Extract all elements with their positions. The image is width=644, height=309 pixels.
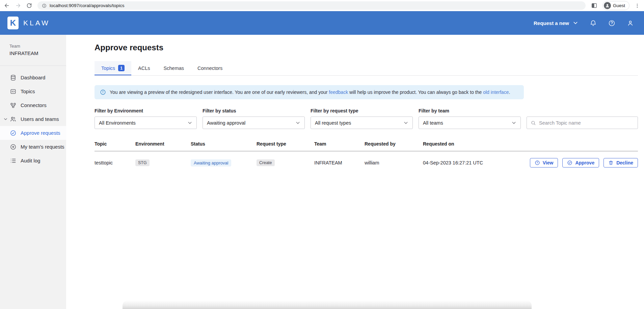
sidebar-item-label: Audit log	[21, 158, 40, 163]
address-bar[interactable]: localhost:9097/coral/approvals/topics	[37, 1, 586, 10]
col-header-environment: Environment	[135, 141, 191, 151]
tab-connectors[interactable]: Connectors	[191, 61, 229, 75]
info-circle-icon	[535, 160, 540, 165]
team-name: INFRATEAM	[9, 50, 66, 56]
list-icon	[10, 157, 17, 164]
request-a-new-button[interactable]: Request a new	[534, 20, 578, 26]
filter-request-type: Filter by request type All request types	[311, 108, 413, 129]
sidebar-item-topics[interactable]: Topics	[0, 84, 66, 98]
approve-button-label: Approve	[575, 160, 594, 165]
filter-request-type-label: Filter by request type	[311, 108, 413, 113]
chevron-down-icon	[511, 120, 516, 125]
preview-info-banner: You are viewing a preview of the redesig…	[95, 85, 524, 99]
browser-profile-button[interactable]: Guest	[602, 1, 629, 10]
browser-menu-icon[interactable]	[635, 3, 640, 8]
tab-schemas[interactable]: Schemas	[157, 61, 191, 75]
request-a-new-label: Request a new	[534, 20, 569, 26]
cell-topic: testtopic	[95, 153, 135, 172]
team-select[interactable]: All teams	[419, 117, 521, 129]
tab-label: Topics	[101, 66, 115, 71]
profile-avatar-icon	[604, 2, 611, 9]
decline-button-label: Decline	[616, 160, 633, 165]
main-content: Approve requests Topics 1 ACLs Schemas C…	[66, 35, 644, 309]
environment-chip: STG	[135, 159, 150, 166]
row-actions: View Approve Decline	[508, 151, 638, 174]
col-header-status: Status	[191, 141, 257, 151]
klaw-logo[interactable]: K KLAW	[7, 17, 50, 29]
user-profile-icon[interactable]	[627, 20, 634, 27]
notifications-bell-icon[interactable]	[590, 20, 597, 27]
old-interface-link[interactable]: old interface	[483, 89, 509, 95]
plus-circle-icon	[10, 144, 17, 150]
filter-status: Filter by status Awaiting approval	[203, 108, 305, 129]
topic-box-icon	[10, 88, 17, 95]
klaw-logo-icon: K	[7, 17, 19, 29]
info-icon	[100, 89, 106, 95]
table-header-row: Topic Environment Status Request type Te…	[95, 141, 638, 151]
forward-icon[interactable]	[15, 3, 21, 8]
sidebar-item-label: Topics	[21, 88, 35, 94]
help-icon[interactable]	[608, 20, 615, 27]
sidebar-item-label: Approve requests	[21, 130, 60, 136]
sidebar-item-connectors[interactable]: Connectors	[0, 98, 66, 112]
sidebar-item-label: Connectors	[21, 102, 47, 108]
sidebar-item-dashboard[interactable]: Dashboard	[0, 71, 66, 84]
sidebar-item-users-and-teams[interactable]: Users and teams	[0, 112, 66, 126]
approve-button[interactable]: Approve	[562, 158, 599, 168]
sidebar-item-audit-log[interactable]: Audit log	[0, 154, 66, 168]
tab-label: ACLs	[138, 66, 150, 71]
chevron-down-icon	[403, 120, 408, 125]
status-badge: Awaiting approval	[191, 159, 231, 166]
view-button[interactable]: View	[530, 158, 558, 168]
back-icon[interactable]	[4, 3, 10, 8]
page-title: Approve requests	[95, 43, 638, 52]
tab-topics[interactable]: Topics 1	[95, 61, 131, 75]
cell-team: INFRATEAM	[314, 153, 365, 172]
tab-count-badge: 1	[118, 65, 125, 71]
filter-environment-label: Filter by Environment	[95, 108, 197, 113]
sidebar-item-label: Users and teams	[21, 116, 59, 122]
connectors-icon	[10, 102, 17, 109]
chevron-down-icon	[295, 120, 300, 125]
status-select-value: Awaiting approval	[207, 120, 245, 126]
status-select[interactable]: Awaiting approval	[203, 117, 305, 129]
site-info-icon[interactable]	[42, 3, 47, 8]
filter-team-label: Filter by team	[419, 108, 521, 113]
team-label: Team	[9, 44, 66, 49]
cell-requested-by: william	[365, 153, 423, 172]
request-type-select[interactable]: All request types	[311, 117, 413, 129]
app-header: K KLAW Request a new	[0, 11, 644, 35]
sidebar-item-approve-requests[interactable]: Approve requests	[0, 126, 66, 140]
request-type-chip: Create	[257, 159, 275, 166]
filter-environment: Filter by Environment All Environments	[95, 108, 197, 129]
side-panel-icon[interactable]	[591, 2, 597, 9]
cell-requested-on: 04-Sep-2023 16:27:21 UTC	[423, 153, 508, 172]
col-header-topic: Topic	[95, 141, 135, 151]
decline-button[interactable]: Decline	[603, 158, 638, 168]
database-icon	[10, 74, 17, 81]
url-text: localhost:9097/coral/approvals/topics	[50, 3, 124, 8]
search-input[interactable]	[539, 120, 634, 126]
tab-acls[interactable]: ACLs	[131, 61, 157, 75]
col-header-request-type: Request type	[257, 141, 314, 151]
environment-select-value: All Environments	[99, 120, 136, 126]
environment-select[interactable]: All Environments	[95, 117, 197, 129]
feedback-link[interactable]: feedback	[329, 89, 348, 95]
sidebar: Team INFRATEAM Dashboard Topics Connecto…	[0, 35, 66, 309]
tab-bar: Topics 1 ACLs Schemas Connectors	[95, 61, 638, 76]
team-select-value: All teams	[423, 120, 443, 126]
sidebar-item-my-teams-requests[interactable]: My team's requests	[0, 140, 66, 154]
check-circle-icon	[10, 130, 17, 136]
tab-label: Schemas	[164, 66, 184, 71]
col-header-requested-by: Requested by	[365, 141, 423, 151]
request-type-select-value: All request types	[315, 120, 351, 126]
search-icon	[531, 120, 536, 126]
reload-icon[interactable]	[26, 3, 32, 8]
sidebar-divider	[0, 66, 66, 66]
trash-icon	[608, 160, 614, 165]
klaw-wordmark: KLAW	[23, 19, 50, 27]
sidebar-item-label: Dashboard	[21, 75, 45, 80]
tab-label: Connectors	[197, 66, 222, 71]
col-header-requested-on: Requested on	[423, 141, 508, 151]
users-icon	[10, 116, 17, 123]
